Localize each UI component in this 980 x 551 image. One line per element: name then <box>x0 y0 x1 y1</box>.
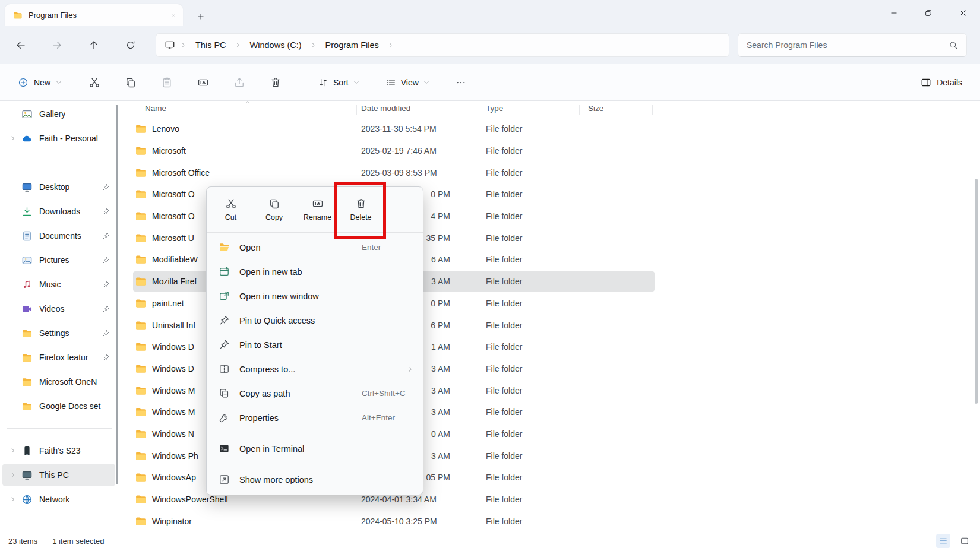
share-button[interactable] <box>226 71 252 94</box>
file-date-modified: 2025-03-09 8:53 PM <box>361 168 450 178</box>
up-arrow-icon <box>88 40 99 50</box>
tab-close-icon[interactable] <box>170 12 177 19</box>
chevron-right-icon[interactable] <box>6 496 20 502</box>
forward-button[interactable] <box>45 33 69 57</box>
sidebar-item-label: Microsoft OneN <box>39 377 97 387</box>
file-name: Microsoft O <box>152 211 195 221</box>
more-options-button[interactable] <box>449 71 473 94</box>
cut-button[interactable] <box>81 71 108 94</box>
sort-dropdown[interactable]: Sort <box>311 72 366 93</box>
sidebar-item-gallery[interactable]: Gallery <box>2 103 115 125</box>
menu-item-show-more-options[interactable]: Show more options <box>209 467 421 492</box>
minimize-button[interactable] <box>877 0 911 26</box>
file-type: File folder <box>486 429 522 439</box>
sidebar-item-faith-s-s23[interactable]: Faith's S23 <box>2 439 115 462</box>
folder-icon <box>135 428 147 440</box>
column-divider[interactable] <box>652 104 653 115</box>
column-header-type[interactable]: Type <box>486 104 503 113</box>
details-view-toggle[interactable] <box>936 534 950 548</box>
menu-item-open-in-new-window[interactable]: Open in new window <box>209 284 421 308</box>
menu-item-pin-to-start[interactable]: Pin to Start <box>209 332 421 357</box>
file-type: File folder <box>486 386 522 395</box>
show-more-icon <box>219 474 230 485</box>
file-row-lenovo[interactable]: Lenovo2023-11-30 5:54 PMFile folder <box>119 118 980 140</box>
menu-item-copy-as-path[interactable]: Copy as pathCtrl+Shift+C <box>209 381 421 406</box>
menu-item-shortcut: Enter <box>362 243 381 252</box>
menu-item-open-in-new-tab[interactable]: Open in new tab <box>209 259 421 284</box>
menu-item-compress-to[interactable]: Compress to... <box>209 357 421 381</box>
column-header-name[interactable]: Name <box>145 104 166 113</box>
view-dropdown[interactable]: View <box>379 72 436 93</box>
maximize-button[interactable] <box>911 0 946 26</box>
file-date-modified: 2024-04-01 3:34 AM <box>361 495 450 504</box>
sidebar-item-pictures[interactable]: Pictures <box>2 249 115 271</box>
column-header-date-modified[interactable]: Date modified <box>361 104 410 113</box>
menu-item-label: Copy as path <box>239 389 290 398</box>
sidebar: GalleryFaith - PersonalDesktopDownloadsD… <box>0 101 119 531</box>
context-rename-button[interactable]: Rename <box>296 191 339 229</box>
folder-icon <box>135 210 147 222</box>
sidebar-item-firefox-featur[interactable]: Firefox featur <box>2 346 115 369</box>
delete-button[interactable] <box>263 71 289 94</box>
folder-icon <box>21 328 33 339</box>
file-row-winpinator[interactable]: Winpinator2024-05-10 3:25 PMFile folder <box>119 510 980 532</box>
new-tab-button[interactable] <box>191 8 210 26</box>
file-name: Windows D <box>152 342 194 352</box>
new-button[interactable]: New <box>11 73 69 92</box>
context-delete-button[interactable]: Delete <box>339 191 382 229</box>
sidebar-item-settings[interactable]: Settings <box>2 322 115 344</box>
up-button[interactable] <box>82 33 106 57</box>
sidebar-item-documents[interactable]: Documents <box>2 224 115 247</box>
breadcrumb-windows-c[interactable]: Windows (C:) <box>246 39 305 52</box>
refresh-button[interactable] <box>119 33 143 57</box>
menu-divider <box>214 433 416 433</box>
chevron-right-icon[interactable] <box>6 472 20 478</box>
copy-button[interactable] <box>118 71 144 94</box>
search-box[interactable]: Search Program Files <box>738 33 967 57</box>
submenu-chevron-icon <box>407 366 413 372</box>
sidebar-item-music[interactable]: Music <box>2 273 115 296</box>
rename-button[interactable] <box>190 71 216 94</box>
menu-item-pin-to-quick-access[interactable]: Pin to Quick access <box>209 308 421 332</box>
sidebar-item-network[interactable]: Network <box>2 488 115 511</box>
chevron-right-icon[interactable] <box>6 448 20 454</box>
details-pane-button[interactable]: Details <box>913 72 969 93</box>
sidebar-item-desktop[interactable]: Desktop <box>2 176 115 198</box>
sidebar-item-google-docs-set[interactable]: Google Docs set <box>2 395 115 417</box>
file-type: File folder <box>486 364 522 373</box>
sidebar-item-faith-personal[interactable]: Faith - Personal <box>2 127 115 150</box>
chevron-right-icon[interactable] <box>388 42 394 48</box>
column-divider[interactable] <box>579 104 580 115</box>
sidebar-item-microsoft-onen[interactable]: Microsoft OneN <box>2 370 115 393</box>
explorer-tab[interactable]: Program Files <box>5 4 183 26</box>
sidebar-scrollbar[interactable] <box>116 104 118 484</box>
sidebar-item-downloads[interactable]: Downloads <box>2 200 115 223</box>
file-name: Uninstall Inf <box>152 321 195 330</box>
context-cut-button[interactable]: Cut <box>209 191 252 229</box>
menu-item-properties[interactable]: PropertiesAlt+Enter <box>209 406 421 430</box>
column-divider[interactable] <box>356 104 357 115</box>
file-row-microsoft[interactable]: Microsoft2025-02-19 7:46 AMFile folder <box>119 140 980 162</box>
new-button-label: New <box>34 78 50 87</box>
vertical-scrollbar[interactable] <box>975 179 978 404</box>
paste-button[interactable] <box>154 71 180 94</box>
context-copy-button[interactable]: Copy <box>252 191 296 229</box>
main-area: GalleryFaith - PersonalDesktopDownloadsD… <box>0 101 980 531</box>
downloads-icon <box>21 206 33 217</box>
file-row-microsoft-office[interactable]: Microsoft Office2025-03-09 8:53 PMFile f… <box>119 162 980 183</box>
sidebar-item-videos[interactable]: Videos <box>2 297 115 320</box>
file-type: File folder <box>486 407 522 417</box>
chevron-right-icon[interactable] <box>6 135 20 141</box>
menu-item-open[interactable]: OpenEnter <box>209 235 421 259</box>
sidebar-item-this-pc[interactable]: This PC <box>2 464 115 486</box>
breadcrumb-program-files[interactable]: Program Files <box>322 39 382 52</box>
breadcrumb-this-pc[interactable]: This PC <box>192 39 230 52</box>
icons-view-toggle[interactable] <box>957 534 972 548</box>
menu-item-open-in-terminal[interactable]: Open in Terminal <box>209 436 421 461</box>
column-header-size[interactable]: Size <box>588 104 603 113</box>
back-button[interactable] <box>9 33 33 57</box>
gallery-icon <box>21 109 33 120</box>
breadcrumb[interactable]: This PC Windows (C:) Program Files <box>156 33 729 57</box>
close-button[interactable] <box>946 0 980 26</box>
column-divider[interactable] <box>473 104 473 115</box>
